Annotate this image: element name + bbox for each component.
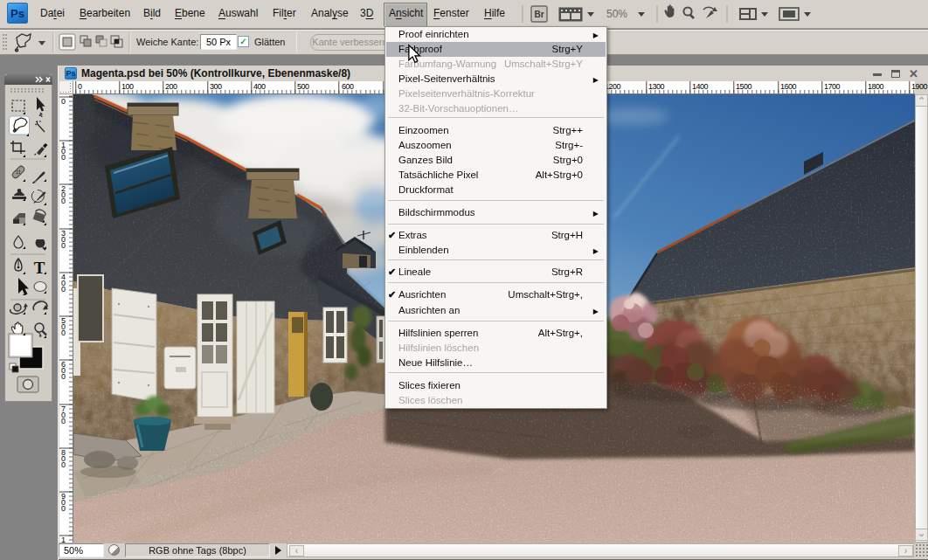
svg-text:Br: Br — [534, 10, 544, 19]
svg-text:50%: 50% — [606, 8, 627, 20]
svg-text:T: T — [34, 259, 45, 277]
